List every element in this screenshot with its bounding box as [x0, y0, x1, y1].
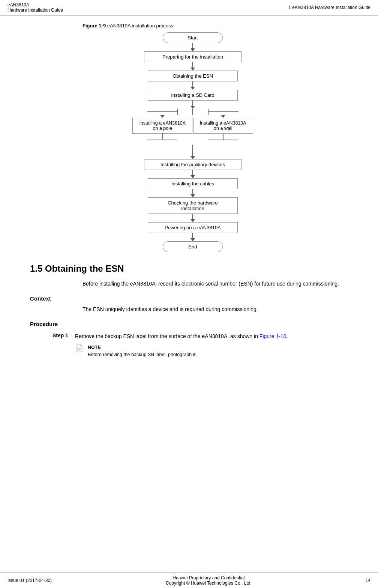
- fc-branch-row: Installing a eAN3810A on a pole: [122, 109, 264, 151]
- fc-obtaining-box: Obtaining the ESN: [148, 71, 238, 81]
- step-1-text: Remove the backup ESN label from the sur…: [75, 332, 288, 340]
- fc-pole-bottom-h-line: [147, 140, 177, 140]
- fc-arrow-line-2: [192, 62, 193, 68]
- fc-auxiliary-node: Installing the auxiliary devices: [106, 159, 279, 170]
- fc-arrow-8: [190, 219, 195, 222]
- fc-wall-bottom-line: [223, 134, 224, 140]
- fc-checking-node: Checking the hardware installation: [106, 197, 279, 214]
- fc-sdcard-node: Installing a SD Card: [106, 90, 279, 101]
- fc-preparing-node: Preparing for the installation: [106, 51, 279, 62]
- context-text: The ESN uniquely identifies a device and…: [82, 305, 356, 313]
- header-doc-title: Hardware Installation Guide: [8, 8, 63, 13]
- figure-caption: Figure 1-9 eAN3810A installation process: [82, 23, 356, 29]
- footer-center: Huawei Proprietary and Confidential Copy…: [52, 575, 366, 586]
- fc-arrow-line-7: [192, 189, 193, 194]
- fc-wall-h-line: [208, 111, 238, 112]
- fc-center-v-bottom: [192, 145, 193, 151]
- fc-arrow-line-4: [192, 101, 193, 106]
- procedure-label: Procedure: [30, 321, 356, 327]
- fc-arrow-line-5: [192, 151, 193, 156]
- page: eAN3810A Hardware Installation Guide 1 e…: [0, 0, 378, 588]
- fc-wall-arrow: [221, 115, 225, 118]
- fc-arrow-3: [190, 87, 195, 90]
- fc-pole-h-connector: [147, 109, 178, 115]
- fc-arrow-line-8: [192, 214, 193, 219]
- header: eAN3810A Hardware Installation Guide 1 e…: [0, 0, 378, 15]
- header-left: eAN3810A Hardware Installation Guide: [8, 2, 63, 13]
- footer-left: Issue 01 (2017-04-30): [8, 578, 52, 583]
- footer: Issue 01 (2017-04-30) Huawei Proprietary…: [0, 573, 378, 588]
- header-product: eAN3810A: [8, 2, 63, 8]
- fc-arrow-2: [190, 68, 195, 71]
- figure-1-10-link[interactable]: Figure 1-10: [260, 333, 286, 339]
- fc-powering-node: Powering on a eAN3810A: [106, 222, 279, 233]
- fc-checking-box: Checking the hardware installation: [148, 197, 238, 214]
- fc-wall-h-connector: [208, 109, 238, 115]
- figure-caption-text: eAN3810A installation process: [106, 23, 173, 29]
- fc-cables-box: Installing the cables: [148, 178, 238, 189]
- fc-arrow-6: [190, 175, 195, 178]
- fc-branch-section: Installing a eAN3810A on a pole: [106, 109, 279, 151]
- fc-arrow-line-1: [192, 43, 193, 48]
- fc-arrow-line-3: [192, 81, 193, 87]
- fc-arrow-7: [190, 194, 195, 197]
- fc-end-node: End: [106, 241, 279, 252]
- fc-start-box: Start: [163, 32, 223, 43]
- section-title: 1.5 Obtaining the ESN: [30, 263, 356, 274]
- fc-arrow-4: [190, 106, 195, 109]
- note-text: Before removing the backup SN label, pho…: [88, 351, 196, 358]
- fc-cables-node: Installing the cables: [106, 178, 279, 189]
- fc-arrow-1: [190, 48, 195, 51]
- fc-wall-box: Installing a eAN3810A on a wall: [193, 118, 253, 134]
- note-box: 📄 NOTE Before removing the backup SN lab…: [75, 344, 356, 358]
- note-title: NOTE: [88, 344, 196, 351]
- fc-pole-h-line: [147, 111, 177, 112]
- fc-auxiliary-box: Installing the auxiliary devices: [144, 159, 242, 170]
- fc-arrow-line-6: [192, 170, 193, 175]
- fc-powering-box: Powering on a eAN3810A: [148, 222, 238, 233]
- context-label: Context: [30, 295, 356, 302]
- footer-center-line1: Huawei Proprietary and Confidential: [52, 575, 366, 580]
- footer-right: 14: [366, 578, 370, 583]
- footer-center-line2: Copyright © Huawei Technologies Co., Ltd…: [52, 580, 366, 586]
- fc-pole-bottom-line: [162, 134, 163, 140]
- fc-arrow-line-9: [192, 233, 193, 238]
- fc-wall-branch: Installing a eAN3810A on a wall: [193, 109, 253, 140]
- content-area: Figure 1-9 eAN3810A installation process…: [0, 15, 378, 366]
- step-1-prefix: Remove the backup ESN label from the sur…: [75, 333, 260, 339]
- flowchart: Start Preparing for the installation Obt…: [106, 32, 279, 252]
- fc-end-box: End: [163, 241, 223, 252]
- fc-wall-bottom-h-line: [208, 140, 238, 140]
- fc-pole-box: Installing a eAN3810A on a pole: [132, 118, 192, 134]
- fc-pole-v-line: [177, 109, 178, 115]
- fc-arrow-5: [190, 156, 195, 159]
- fc-sdcard-box: Installing a SD Card: [148, 90, 238, 101]
- fc-pole-branch: Installing a eAN3810A on a pole: [132, 109, 192, 140]
- fc-start-node: Start: [106, 32, 279, 43]
- fc-arrow-9: [190, 238, 195, 241]
- step-1-row: Step 1 Remove the backup ESN label from …: [52, 332, 356, 340]
- step-1-suffix: .: [286, 333, 288, 339]
- note-icon: 📄: [75, 344, 83, 352]
- figure-number: Figure 1-9: [82, 23, 106, 29]
- header-right: 1 eAN3810A Hardware Installation Guide: [288, 5, 370, 10]
- flowchart-container: Start Preparing for the installation Obt…: [30, 32, 356, 252]
- fc-pole-arrow: [160, 115, 165, 118]
- step-1-label: Step 1: [52, 332, 75, 340]
- note-content: NOTE Before removing the backup SN label…: [88, 344, 196, 358]
- section-intro: Before installing the eAN3810A, record i…: [82, 280, 356, 288]
- fc-preparing-box: Preparing for the installation: [144, 51, 242, 62]
- fc-obtaining-node: Obtaining the ESN: [106, 71, 279, 81]
